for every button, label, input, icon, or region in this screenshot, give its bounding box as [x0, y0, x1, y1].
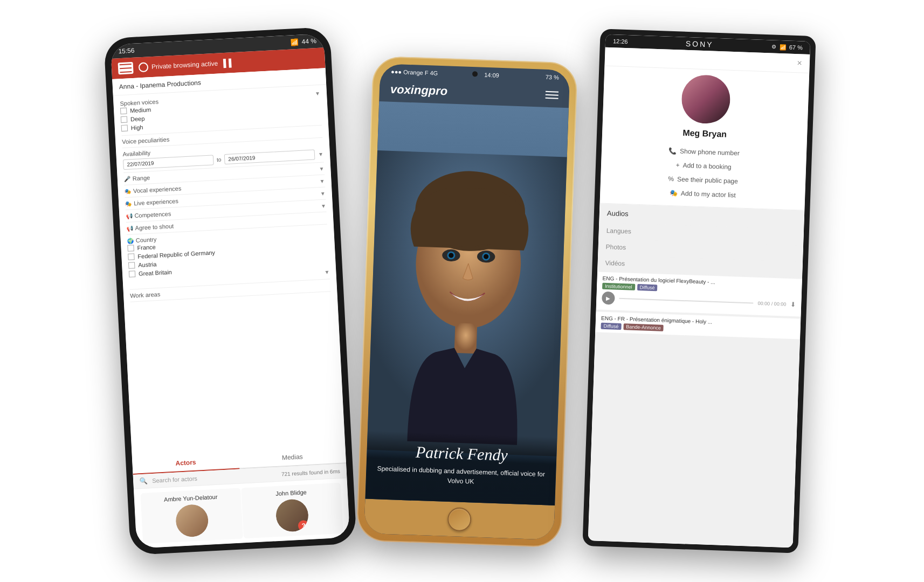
voxing-logo: voxingpro — [390, 82, 448, 99]
actor-photo-area: Patrick Fendy Specialised in dubbing and… — [365, 101, 569, 505]
close-button[interactable]: × — [797, 58, 802, 68]
great-britain-label: Great Britain — [139, 269, 172, 277]
battery-percent: 73 % — [546, 74, 559, 81]
carrier-label: ●●● Orange F 4G — [391, 68, 438, 77]
signal-dots-icon: ●●● — [391, 68, 402, 75]
voice-peculiarities-label: Voice peculiarities — [122, 136, 170, 146]
globe-icon: 🌍 — [127, 238, 134, 244]
high-label: High — [131, 124, 143, 131]
profile-section: Meg Bryan 📞 Show phone number + Add to a… — [600, 66, 810, 211]
sony-time: 12:26 — [613, 38, 628, 45]
range-icon: 🎤 — [124, 176, 131, 182]
availability-label: Availability — [122, 149, 150, 157]
play-button-1[interactable]: ▶ — [602, 292, 615, 305]
competences-icon: 📢 — [126, 213, 133, 219]
work-areas-label: Work areas — [130, 291, 161, 299]
tag-bande-annonce: Bande-Annonce — [623, 323, 664, 331]
audio-time-1: 00:00 / 00:00 — [758, 301, 787, 307]
profile-name: Meg Bryan — [682, 128, 727, 140]
search-icon: 🔍 — [140, 477, 148, 485]
actor-description: Specialised in dubbing and advertisement… — [376, 463, 545, 489]
hamburger-menu-button[interactable] — [546, 91, 558, 99]
add-actor-list-label: Add to my actor list — [681, 190, 736, 199]
phone-android-left: 15:56 📶 44 % Private browsing active ▌▌ … — [104, 27, 357, 556]
tag-diffuse: Diffusé — [637, 284, 658, 291]
live-icon: 🎭 — [125, 200, 132, 207]
high-checkbox[interactable] — [121, 125, 128, 132]
deep-checkbox[interactable] — [121, 116, 128, 123]
profile-avatar — [681, 74, 731, 124]
add-booking-action[interactable]: + Add to a booking — [675, 158, 732, 174]
chevron-down-icon-vocal: ▼ — [319, 178, 325, 184]
list-icon: 🎭 — [670, 189, 678, 197]
medium-checkbox[interactable] — [120, 108, 127, 115]
phone-iphone-middle: ●●● Orange F 4G 14:09 73 % voxingpro — [356, 56, 578, 548]
filter-section: Spoken voices ▼ Medium Deep High — [113, 85, 346, 458]
france-checkbox[interactable] — [127, 245, 134, 252]
audio-progress-1 — [619, 298, 753, 304]
agree-icon: 📢 — [126, 225, 133, 232]
add-actor-list-action[interactable]: 🎭 Add to my actor list — [669, 186, 736, 202]
panel-section: Audios Langues Photos Vidéos ENG - Prése… — [588, 203, 805, 548]
tag-diffuse-2: Diffusé — [601, 323, 621, 330]
search-input[interactable]: Search for actors — [152, 471, 277, 484]
profile-avatar-image — [681, 74, 731, 124]
private-icon — [139, 62, 149, 72]
iphone-time: 14:09 — [484, 72, 499, 79]
add-booking-label: Add to a booking — [682, 162, 732, 171]
show-phone-label: Show phone number — [680, 148, 740, 157]
phone-icon: 📞 — [668, 147, 677, 155]
eye-icon: % — [668, 175, 674, 183]
private-browsing-indicator: Private browsing active — [139, 59, 218, 73]
hamburger-menu-icon[interactable] — [118, 62, 134, 74]
signal-bars-icon: ▌▌ — [223, 58, 235, 67]
wifi-icon: 📶 — [290, 38, 299, 46]
date-from-input[interactable]: 22/07/2019 — [123, 155, 214, 170]
vocal-icon: 🎭 — [125, 188, 132, 195]
settings-icon: ⚙ — [771, 44, 776, 50]
deep-label: Deep — [130, 115, 145, 122]
country-group: 🌍 Country France Federal Republic of Ger… — [127, 224, 330, 289]
france-label: France — [137, 244, 156, 251]
chevron-down-icon-range: ▼ — [319, 165, 324, 172]
chevron-down-icon: ▼ — [315, 90, 320, 96]
avatar-image-ambre — [175, 504, 209, 538]
austria-label: Austria — [138, 261, 157, 268]
actor-avatar-ambre — [175, 504, 209, 538]
actor-name-large: Patrick Fendy — [377, 441, 546, 465]
actor-avatar-john: ? — [275, 498, 309, 532]
chevron-down-icon-comp: ▼ — [321, 203, 326, 209]
audio-entry-1: ENG - Présentation du logiciel FlexyBeau… — [596, 272, 802, 316]
question-badge: ? — [298, 520, 309, 531]
actor-name-john: John Blidge — [275, 489, 307, 497]
sony-status-icons: ⚙ 📶 67 % — [771, 43, 803, 51]
actor-card-john[interactable]: John Blidge ? — [241, 483, 343, 539]
battery-level: 44 % — [301, 37, 316, 45]
results-count: 721 results found in 6ms — [281, 468, 340, 477]
home-button[interactable] — [447, 507, 472, 532]
date-to-input[interactable]: 26/07/2019 — [224, 149, 315, 164]
austria-checkbox[interactable] — [128, 262, 135, 269]
audio-entry-2: ENG - FR - Présentation énigmatique - Ho… — [595, 311, 801, 339]
country-expand-icon: ▼ — [324, 269, 329, 275]
sony-content: × Meg Bryan 📞 Show phone number + Add to… — [588, 47, 810, 548]
status-time: 15:56 — [118, 47, 135, 56]
phone1-content: Anna - Ipanema Productions Spoken voices… — [112, 68, 350, 549]
battery-icon: 67 % — [789, 44, 803, 51]
medium-label: Medium — [130, 106, 151, 114]
add-icon: + — [675, 161, 680, 169]
actor-info: Patrick Fendy Specialised in dubbing and… — [365, 431, 557, 505]
see-public-label: See their public page — [677, 175, 738, 185]
great-britain-checkbox[interactable] — [129, 271, 136, 278]
phone-sony-right: 12:26 SONY ⚙ 📶 67 % × Meg Bryan 📞 — [582, 29, 816, 553]
sony-brand-label: SONY — [686, 39, 714, 49]
actor-name-ambre: Ambre Yun-Delatour — [164, 494, 218, 503]
germany-checkbox[interactable] — [128, 253, 135, 260]
actor-card-ambre[interactable]: Ambre Yun-Delatour — [140, 488, 243, 544]
home-button-area — [364, 499, 555, 540]
tag-institutionnel: Institutionnel — [602, 283, 635, 290]
chevron-down-icon-avail: ▼ — [318, 151, 323, 158]
actors-grid: Ambre Yun-Delatour John Blidge ? — [134, 478, 350, 549]
chevron-down-icon-live: ▼ — [320, 190, 326, 197]
download-icon-1[interactable]: ⬇ — [790, 301, 796, 308]
